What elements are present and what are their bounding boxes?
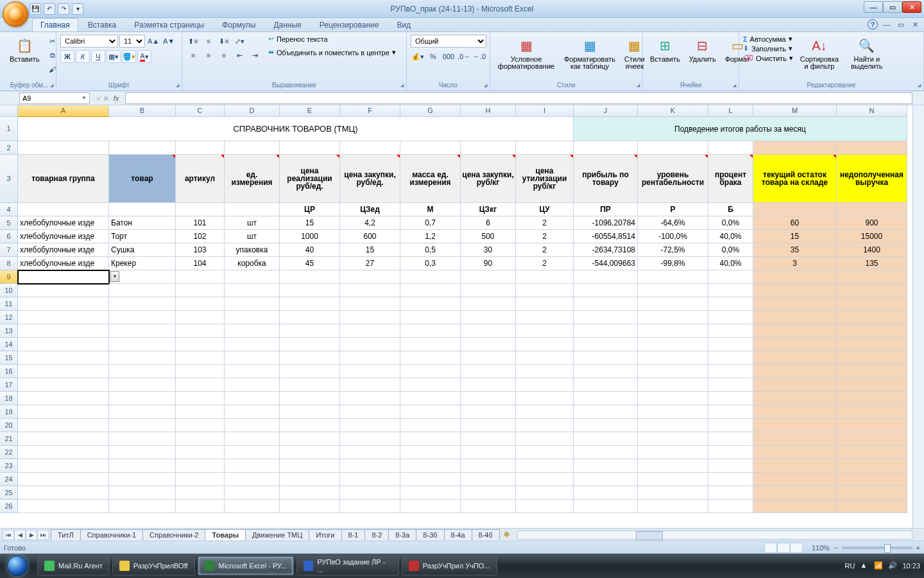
cell[interactable] (340, 270, 400, 284)
ribbon-tab[interactable]: Вставка (80, 18, 125, 31)
cell[interactable] (574, 324, 638, 338)
cell[interactable] (753, 141, 837, 155)
row-header[interactable]: 3 (0, 155, 18, 203)
grow-font-icon[interactable]: A▲ (146, 35, 160, 48)
cell[interactable] (400, 446, 461, 459)
vertical-scrollbar[interactable] (912, 105, 924, 529)
cell[interactable] (400, 284, 461, 297)
cell[interactable] (516, 419, 574, 432)
cell[interactable] (280, 459, 340, 473)
help-icon[interactable]: ? (868, 19, 878, 30)
cell[interactable] (461, 486, 516, 500)
cell[interactable] (753, 419, 837, 432)
row-header[interactable]: 15 (0, 351, 18, 365)
column-header[interactable]: K (638, 105, 708, 117)
merge-center-button[interactable]: ⬌ Объединить и поместить в центре ▾ (268, 48, 396, 57)
cell[interactable] (753, 311, 837, 324)
insert-sheet-icon[interactable]: ✻ (500, 529, 513, 540)
cell[interactable] (753, 351, 837, 365)
cell[interactable] (516, 284, 574, 297)
cell[interactable]: ЦУ (516, 203, 574, 216)
cell[interactable] (176, 284, 225, 297)
cell[interactable] (574, 270, 638, 284)
ribbon-tab[interactable]: Главная (32, 18, 78, 31)
zoom-level[interactable]: 110% (812, 544, 830, 552)
cell[interactable] (18, 419, 109, 432)
name-box[interactable]: A9▼ (19, 92, 90, 104)
cell[interactable] (340, 432, 400, 446)
cell[interactable] (176, 311, 225, 324)
cell[interactable] (516, 311, 574, 324)
cell[interactable] (400, 324, 461, 338)
cell[interactable]: цена реализации руб/ед. (280, 155, 340, 203)
cell[interactable] (516, 500, 574, 513)
cell[interactable]: 600 (340, 230, 400, 243)
sheet-tab[interactable]: Итоги (309, 529, 341, 540)
cell[interactable]: 135 (837, 257, 907, 270)
ribbon-tab[interactable]: Рецензирование (311, 18, 388, 31)
cell[interactable] (280, 141, 340, 155)
cell[interactable] (400, 432, 461, 446)
cell[interactable]: -99,8% (638, 257, 708, 270)
cell[interactable]: 0,3 (400, 257, 461, 270)
cell[interactable]: 2 (516, 243, 574, 257)
cell[interactable] (109, 324, 176, 338)
cell[interactable] (516, 338, 574, 351)
cell[interactable] (753, 203, 837, 216)
cell[interactable]: Крекер (109, 257, 176, 270)
start-button[interactable] (0, 554, 35, 578)
cell[interactable] (461, 473, 516, 486)
cell[interactable] (225, 432, 280, 446)
cell[interactable] (176, 419, 225, 432)
cell[interactable] (708, 351, 753, 365)
cell[interactable] (461, 311, 516, 324)
column-header[interactable]: L (708, 105, 753, 117)
shrink-font-icon[interactable]: A▼ (162, 35, 176, 48)
row-header[interactable]: 10 (0, 284, 18, 297)
column-header[interactable]: G (400, 105, 461, 117)
cell[interactable] (176, 459, 225, 473)
cell[interactable] (837, 419, 907, 432)
cell[interactable]: -72,5% (638, 243, 708, 257)
sheet-tab[interactable]: ТитЛ (51, 529, 81, 540)
sheet-tab[interactable]: 8-3а (388, 529, 416, 540)
cell[interactable] (176, 297, 225, 311)
cell[interactable] (400, 311, 461, 324)
cell[interactable]: ед. измерения (225, 155, 280, 203)
align-center-icon[interactable]: ≡ (201, 49, 216, 62)
indent-dec-icon[interactable]: ⇤ (232, 49, 246, 62)
cell[interactable] (109, 419, 176, 432)
language-indicator[interactable]: RU (845, 562, 855, 570)
cell[interactable] (753, 405, 837, 419)
cell[interactable] (18, 351, 109, 365)
cell[interactable] (225, 486, 280, 500)
cell[interactable]: Торт (109, 230, 176, 243)
cell[interactable] (340, 473, 400, 486)
cell[interactable]: хлебобулочные изде (18, 257, 109, 270)
cell[interactable] (225, 203, 280, 216)
cell[interactable] (340, 284, 400, 297)
cell[interactable] (638, 405, 708, 419)
cell[interactable] (109, 486, 176, 500)
cell[interactable]: -544,009663 (574, 257, 638, 270)
cell[interactable]: масса ед. измерения (400, 155, 461, 203)
cell[interactable] (18, 365, 109, 378)
sheet-tab[interactable]: 8-1 (341, 529, 366, 540)
ribbon-tab[interactable]: Разметка страницы (126, 18, 212, 31)
cell[interactable] (638, 311, 708, 324)
cell[interactable]: недополученная выручка (837, 155, 907, 203)
cell[interactable] (574, 284, 638, 297)
align-right-icon[interactable]: ≡ (217, 49, 231, 62)
cell[interactable]: 0,0% (708, 243, 753, 257)
cell[interactable] (516, 459, 574, 473)
format-as-table-button[interactable]: ▦Форматировать как таблицу (561, 35, 619, 72)
cell[interactable] (753, 270, 837, 284)
cell[interactable]: 35 (753, 243, 837, 257)
cell[interactable] (176, 338, 225, 351)
underline-button[interactable]: Ч (91, 50, 105, 63)
cell[interactable]: 104 (176, 257, 225, 270)
cell[interactable] (225, 338, 280, 351)
cell[interactable] (109, 392, 176, 405)
cell[interactable] (837, 284, 907, 297)
cell[interactable] (837, 392, 907, 405)
